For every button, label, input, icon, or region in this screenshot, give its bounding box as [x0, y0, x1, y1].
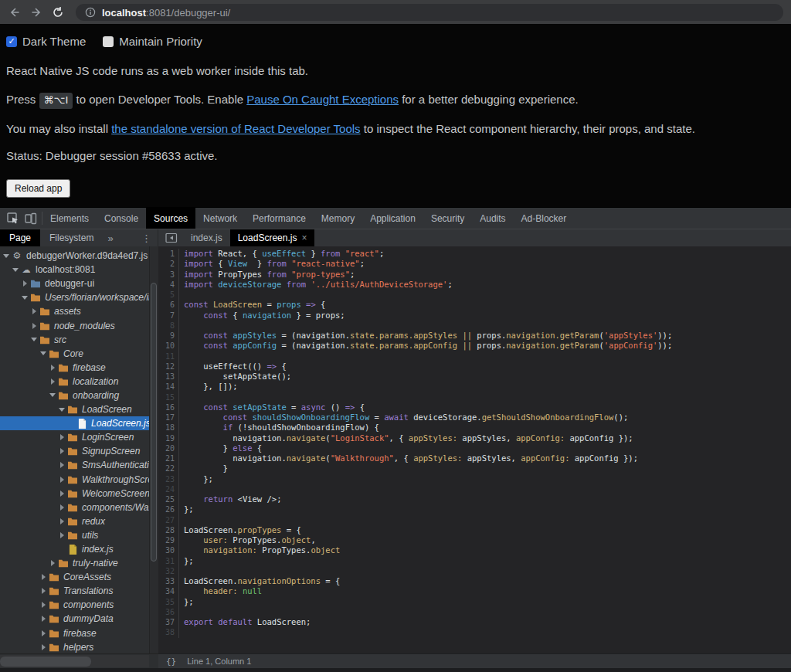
navigator-menu-icon[interactable]: ⋮ [135, 229, 158, 246]
sidebar-tab-filesystem[interactable]: Filesystem [40, 229, 103, 246]
tree-closed-arrow-icon[interactable] [57, 434, 66, 440]
tree-closed-arrow-icon[interactable] [48, 560, 57, 566]
tree-closed-arrow-icon[interactable] [48, 378, 57, 385]
code-line-19: 19 navigation.navigate("LoginStack", { a… [158, 433, 791, 443]
tree-closed-arrow-icon[interactable] [39, 588, 48, 594]
inspect-element-icon[interactable] [6, 212, 19, 225]
page-info-icon[interactable] [85, 7, 96, 18]
tab-network[interactable]: Network [195, 208, 245, 229]
tree-item-dummydata[interactable]: dummyData [0, 612, 149, 626]
tree-closed-arrow-icon[interactable] [20, 280, 29, 287]
checkbox-box[interactable]: ✓ [6, 36, 17, 47]
tree-open-arrow-icon[interactable] [29, 338, 39, 341]
tree-item-firebase[interactable]: firebase [0, 361, 149, 375]
tree-open-arrow-icon[interactable] [20, 296, 29, 300]
tree-item-firebase[interactable]: firebase [0, 626, 149, 640]
checkbox-maintain-priority[interactable]: Maintain Priority [103, 35, 202, 48]
tree-item-src[interactable]: src [0, 333, 149, 347]
tree-item-onboarding[interactable]: onboarding [0, 389, 149, 402]
tree-closed-arrow-icon[interactable] [29, 323, 39, 329]
sidebar-tab-page[interactable]: Page [0, 229, 40, 246]
tree-item-users-florian-workspace-ins[interactable]: Users/florian/workspace/ins [0, 290, 149, 304]
tree-closed-arrow-icon[interactable] [29, 308, 39, 314]
editor-tab-loadscreen.js[interactable]: LoadScreen.js× [230, 229, 315, 246]
tree-item-welcomescreen[interactable]: WelcomeScreen [0, 487, 149, 501]
tab-sources[interactable]: Sources [146, 208, 195, 229]
tree-item-redux[interactable]: redux [0, 514, 149, 528]
pause-on-exceptions-link[interactable]: Pause On Caught Exceptions [246, 93, 399, 106]
tab-overflow-chevron[interactable]: » [103, 229, 117, 246]
tree-closed-arrow-icon[interactable] [57, 462, 66, 468]
code-line-3: 3import PropTypes from "prop-types"; [158, 270, 791, 280]
tree-closed-arrow-icon[interactable] [39, 574, 48, 580]
tab-memory[interactable]: Memory [314, 208, 362, 229]
device-toolbar-icon[interactable] [24, 212, 37, 225]
tree-item-core[interactable]: Core [0, 347, 149, 361]
tree-item-translations[interactable]: Translations [0, 584, 149, 598]
tree-closed-arrow-icon[interactable] [57, 448, 66, 454]
tree-item-signupscreen[interactable]: SignupScreen [0, 444, 149, 458]
tree-item-loginscreen[interactable]: LoginScreen [0, 430, 149, 444]
tree-horizontal-scrollbar[interactable] [0, 653, 158, 668]
tree-item-smsauthentication[interactable]: SmsAuthentication [0, 458, 149, 472]
tree-closed-arrow-icon[interactable] [39, 644, 48, 650]
tree-closed-arrow-icon[interactable] [57, 477, 66, 483]
url-bar[interactable]: localhost:8081/debugger-ui/ [76, 4, 783, 21]
tab-performance[interactable]: Performance [245, 208, 314, 229]
tree-item-coreassets[interactable]: CoreAssets [0, 570, 149, 584]
tab-console[interactable]: Console [97, 208, 146, 229]
tab-elements[interactable]: Elements [42, 208, 97, 229]
tree-item-assets[interactable]: assets [0, 304, 149, 318]
tree-item-components-walkth[interactable]: components/Walkth [0, 501, 149, 514]
code-line-8: 8 [158, 321, 791, 331]
tree-closed-arrow-icon[interactable] [39, 616, 48, 622]
tree-open-arrow-icon[interactable] [39, 351, 48, 355]
tree-item-utils[interactable]: utils [0, 528, 149, 542]
tree-item-truly-native[interactable]: truly-native [0, 556, 149, 570]
editor-tab-index.js[interactable]: index.js [183, 229, 230, 246]
tree-open-arrow-icon[interactable] [48, 393, 57, 397]
forward-button[interactable] [28, 4, 45, 21]
tree-item-label: LoadScreen.js [91, 418, 149, 429]
reload-button[interactable] [49, 4, 66, 21]
tree-item-components[interactable]: components [0, 598, 149, 612]
tree-closed-arrow-icon[interactable] [48, 365, 57, 371]
tree-closed-arrow-icon[interactable] [39, 630, 48, 636]
reload-app-button[interactable]: Reload app [6, 179, 70, 198]
tree-open-arrow-icon[interactable] [2, 254, 11, 258]
tree-item-helpers[interactable]: helpers [0, 640, 149, 653]
editor-tabbar: index.jsLoadScreen.js× [158, 229, 791, 246]
folder-icon [48, 600, 60, 609]
checkbox-box[interactable] [103, 36, 114, 47]
tree-open-arrow-icon[interactable] [11, 268, 20, 272]
tree-item-walkthroughscreen[interactable]: WalkthroughScreen [0, 473, 149, 487]
tree-closed-arrow-icon[interactable] [57, 504, 66, 511]
tree-item-loadscreen[interactable]: LoadScreen [0, 402, 149, 416]
standalone-devtools-link[interactable]: the standalone version of React Develope… [111, 122, 360, 135]
tree-item-label: CoreAssets [63, 572, 111, 582]
pretty-print-icon[interactable]: {} [166, 657, 176, 667]
tree-closed-arrow-icon[interactable] [57, 518, 66, 524]
tree-open-arrow-icon[interactable] [57, 408, 66, 412]
checkbox-dark-theme[interactable]: ✓Dark Theme [6, 35, 86, 48]
tree-item-localization[interactable]: localization [0, 375, 149, 389]
close-tab-icon[interactable]: × [301, 232, 307, 243]
tree-vertical-scrollbar[interactable] [149, 246, 158, 653]
tab-ad-blocker[interactable]: Ad-Blocker [514, 208, 575, 229]
folder-icon [57, 377, 70, 386]
tab-application[interactable]: Application [362, 208, 423, 229]
tree-item-index-js[interactable]: index.js [0, 542, 149, 556]
line-number: 36 [158, 607, 179, 617]
tree-closed-arrow-icon[interactable] [57, 490, 66, 497]
back-button[interactable] [6, 4, 23, 21]
tree-item-debugger-ui[interactable]: debugger-ui [0, 277, 149, 290]
tree-item-node-modules[interactable]: node_modules [0, 318, 149, 332]
collapse-navigator-icon[interactable] [158, 229, 183, 246]
tree-item-debuggerworker-d9da4ed7-js[interactable]: ⚙debuggerWorker.d9da4ed7.js [0, 249, 149, 263]
tree-item-localhost-8081[interactable]: ☁localhost:8081 [0, 263, 149, 277]
tab-security[interactable]: Security [423, 208, 472, 229]
tree-item-loadscreen-js[interactable]: LoadScreen.js [0, 416, 149, 430]
tree-closed-arrow-icon[interactable] [57, 532, 66, 538]
tree-closed-arrow-icon[interactable] [39, 602, 48, 608]
tab-audits[interactable]: Audits [472, 208, 513, 229]
